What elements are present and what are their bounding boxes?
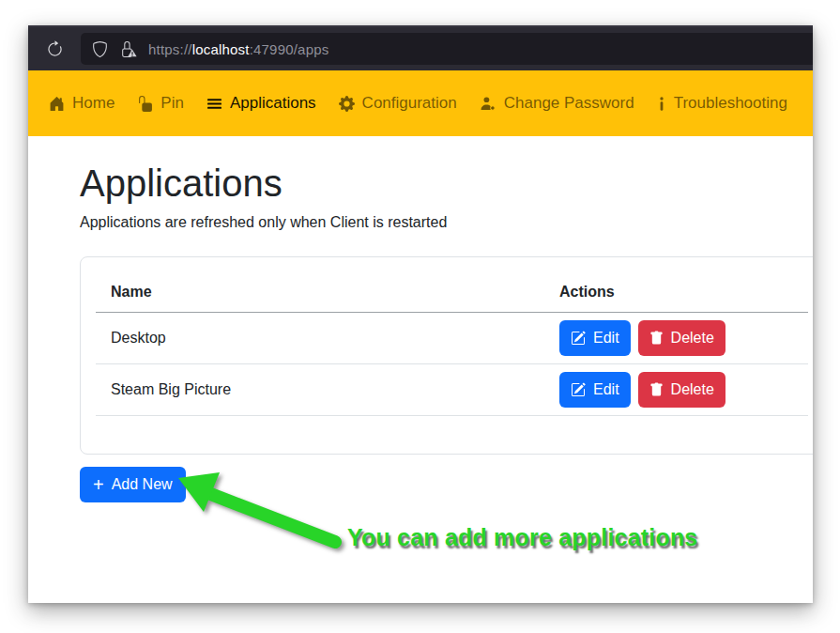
nav-label: Home	[72, 94, 115, 113]
nav-item-pin[interactable]: Pin	[126, 85, 195, 122]
delete-button-label: Delete	[671, 379, 714, 400]
user-key-icon	[480, 96, 496, 112]
table-row: Desktop Edit	[96, 313, 808, 364]
nav-label: Troubleshooting	[674, 94, 787, 113]
nav-label: Pin	[160, 94, 184, 113]
gear-icon	[339, 96, 355, 112]
page-subtitle: Applications are refreshed only when Cli…	[80, 211, 813, 234]
column-header-name: Name	[96, 272, 544, 313]
reload-icon	[46, 40, 64, 58]
nav-label: Configuration	[362, 94, 457, 113]
info-icon	[657, 96, 666, 112]
nav-item-troubleshooting[interactable]: Troubleshooting	[646, 85, 799, 122]
plus-icon: +	[93, 476, 104, 493]
pencil-square-icon	[571, 382, 586, 397]
add-new-button-label: Add New	[112, 474, 173, 495]
unlock-icon	[137, 96, 153, 112]
table-row: Steam Big Picture Edit	[96, 364, 808, 416]
applications-card: Name Actions Desktop	[80, 256, 813, 455]
table-header-row: Name Actions	[96, 272, 808, 313]
address-bar[interactable]: https://localhost:47990/apps	[81, 33, 813, 65]
home-icon	[49, 96, 65, 112]
trash-icon	[649, 331, 664, 346]
page-content: Applications Applications are refreshed …	[28, 136, 813, 603]
edit-button[interactable]: Edit	[559, 320, 631, 356]
edit-button-label: Edit	[593, 379, 619, 400]
pencil-square-icon	[571, 331, 586, 346]
nav-item-home[interactable]: Home	[38, 85, 126, 122]
add-new-button[interactable]: + Add New	[80, 467, 186, 502]
url-host: localhost	[192, 41, 250, 57]
delete-button-label: Delete	[671, 328, 714, 348]
url-scheme: https://	[148, 41, 192, 57]
app-actions: Edit Delete	[544, 364, 808, 416]
nav-label: Applications	[230, 94, 316, 113]
column-header-actions: Actions	[544, 272, 808, 313]
menu-bars-icon	[206, 96, 222, 112]
nav-label: Change Password	[504, 94, 634, 113]
app-name: Desktop	[96, 313, 544, 364]
nav-item-applications[interactable]: Applications	[195, 85, 328, 122]
applications-card-body: Name Actions Desktop	[81, 257, 813, 454]
delete-button[interactable]: Delete	[638, 372, 725, 408]
trash-icon	[649, 382, 664, 397]
reload-button[interactable]	[39, 34, 69, 64]
url-path: :47990/apps	[250, 41, 329, 57]
browser-window: https://localhost:47990/apps Home Pin	[28, 25, 813, 603]
insecure-lock-icon[interactable]	[119, 41, 137, 57]
edit-button[interactable]: Edit	[559, 372, 631, 408]
delete-button[interactable]: Delete	[638, 320, 725, 356]
browser-toolbar: https://localhost:47990/apps	[28, 25, 813, 70]
nav-item-change-password[interactable]: Change Password	[468, 85, 646, 122]
applications-table: Name Actions Desktop	[96, 272, 808, 416]
app-navbar: Home Pin Applications Configuration	[28, 70, 813, 136]
url-text[interactable]: https://localhost:47990/apps	[148, 41, 328, 57]
shield-icon[interactable]	[92, 41, 108, 57]
page-title: Applications	[80, 161, 813, 206]
app-actions: Edit Delete	[544, 313, 808, 364]
app-name: Steam Big Picture	[96, 364, 544, 416]
nav-item-configuration[interactable]: Configuration	[328, 85, 468, 122]
edit-button-label: Edit	[593, 328, 619, 348]
